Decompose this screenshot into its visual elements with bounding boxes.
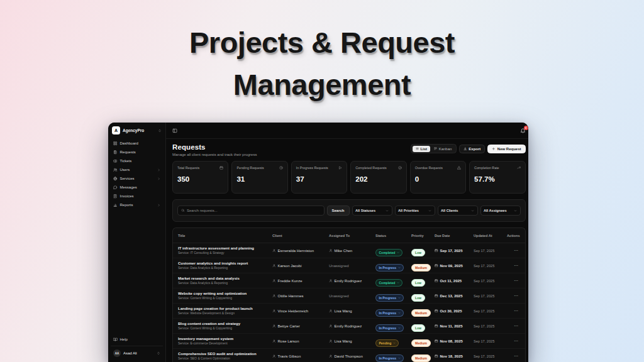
user-icon [272, 339, 276, 343]
dashboard-icon [113, 141, 118, 146]
calendar-icon [435, 279, 438, 283]
notification-badge: 3 [524, 126, 528, 130]
table-row[interactable]: Market research and data analysis Servic… [173, 273, 525, 288]
filter-all-clients[interactable]: All Clients [438, 206, 478, 216]
column-header-status: Status [375, 234, 411, 238]
sidebar-item-reports[interactable]: Reports [111, 201, 163, 209]
download-icon [464, 147, 467, 151]
export-button[interactable]: Export [459, 145, 486, 153]
user-menu[interactable]: AA Asad Ali [111, 346, 163, 358]
request-title: Website copy writing and optimization [178, 292, 269, 295]
client-cell: Ottilie Hammes [272, 294, 329, 298]
filter-dropdowns: All Statuses All Priorities All Clients … [352, 206, 521, 216]
sidebar-item-users[interactable]: Users [111, 166, 163, 174]
status-badge[interactable]: Pending [375, 339, 399, 347]
filter-all-assignees[interactable]: All Assignees [480, 206, 521, 216]
row-actions-button[interactable]: ⋯ [507, 339, 520, 344]
status-badge[interactable]: In Progress [375, 264, 404, 272]
sidebar-item-requests[interactable]: Requests [111, 148, 163, 156]
page-subtitle: Manage all client requests and track the… [172, 153, 257, 156]
search-input[interactable] [187, 209, 321, 212]
request-title: Landing page creation for product launch [178, 307, 269, 310]
search-button[interactable]: Search [327, 206, 350, 216]
stat-card: Completed Requests 202 [350, 161, 406, 194]
calendar-icon [435, 294, 438, 298]
invoices-icon [113, 194, 118, 199]
chevrons-up-down-icon [157, 351, 160, 355]
plus-icon [492, 147, 496, 151]
table-row[interactable]: IT infrastructure assessment and plannin… [173, 243, 525, 258]
status-badge[interactable]: Completed [375, 249, 402, 256]
sidebar-item-services[interactable]: Services [111, 175, 163, 183]
stat-card: In Progress Requests 37 [291, 161, 347, 194]
sidebar-item-help[interactable]: Help [111, 336, 163, 344]
stat-label: In Progress Requests [296, 166, 328, 170]
table-row[interactable]: Website copy writing and optimization Se… [173, 288, 525, 304]
sidebar-item-tickets[interactable]: Tickets [111, 157, 163, 165]
status-badge[interactable]: In Progress [375, 309, 404, 317]
help-icon [113, 337, 118, 342]
view-toggle-kanban[interactable]: Kanban [431, 146, 455, 152]
row-actions-button[interactable]: ⋯ [507, 354, 520, 359]
assignee-cell: Unassigned [329, 264, 375, 268]
trending-up-icon [517, 166, 521, 170]
messages-icon [113, 185, 118, 190]
user-icon [272, 279, 276, 283]
request-service: Service: E-commerce Development [178, 341, 269, 345]
filter-all-statuses[interactable]: All Statuses [352, 206, 392, 216]
requests-icon [113, 150, 118, 155]
row-actions-button[interactable]: ⋯ [507, 324, 520, 329]
kanban-icon [434, 147, 437, 150]
table-row[interactable]: Comprehensive SEO audit and optimization… [173, 349, 525, 362]
brand[interactable]: A AgencyPro [108, 123, 165, 139]
table-row[interactable]: Inventory management system Service: E-c… [173, 334, 525, 349]
brand-logo: A [112, 126, 120, 134]
filter-label: All Clients [441, 209, 458, 212]
status-badge[interactable]: In Progress [375, 294, 404, 302]
play-icon [338, 166, 342, 170]
row-actions-button[interactable]: ⋯ [507, 263, 520, 268]
status-badge[interactable]: Completed [375, 279, 402, 287]
table-row[interactable]: Blog content creation and strategy Servi… [173, 319, 525, 334]
export-label: Export [469, 147, 480, 151]
row-actions-button[interactable]: ⋯ [507, 293, 520, 299]
users-icon [113, 168, 118, 172]
due-date-cell: Sep 17, 2025 [435, 249, 474, 253]
status-badge[interactable]: In Progress [375, 324, 404, 332]
due-date-cell: Oct 11, 2025 [435, 279, 474, 283]
assignee-cell: Emily Rodriguez [329, 324, 375, 328]
chevron-down-icon [397, 282, 399, 284]
view-toggle-list[interactable]: List [413, 146, 430, 152]
avatar: AA [113, 349, 121, 357]
user-icon [329, 354, 333, 358]
user-icon [329, 324, 333, 328]
sidebar-item-dashboard[interactable]: Dashboard [111, 140, 163, 148]
updated-at-cell: Sep 17, 2025 [474, 264, 507, 268]
row-actions-button[interactable]: ⋯ [507, 278, 520, 283]
stat-label: Completed Requests [355, 166, 386, 170]
stat-value: 37 [296, 175, 342, 183]
calendar-icon [435, 249, 438, 253]
request-title: Market research and data analysis [178, 277, 269, 280]
request-service: Service: Data Analytics & Reporting [178, 281, 269, 285]
chevron-down-icon [398, 327, 401, 329]
client-cell: Rose Larson [272, 339, 329, 343]
request-service: Service: Data Analytics & Reporting [178, 266, 269, 270]
row-actions-button[interactable]: ⋯ [507, 309, 520, 314]
table-row[interactable]: Customer analytics and insights report S… [173, 258, 525, 273]
sidebar-item-invoices[interactable]: Invoices [111, 192, 163, 200]
sidebar-item-messages[interactable]: Messages [111, 184, 163, 192]
filter-all-priorities[interactable]: All Priorities [395, 206, 435, 216]
table-row[interactable]: Landing page creation for product launch… [173, 304, 525, 319]
new-request-button[interactable]: New Request [487, 145, 525, 153]
calendar-icon [435, 354, 438, 358]
chevron-right-icon [157, 177, 160, 180]
column-header-assigned-to: Assigned To [329, 234, 375, 238]
notifications-button[interactable]: 3 [520, 128, 526, 133]
new-request-label: New Request [497, 147, 521, 151]
table-header: TitleClientAssigned ToStatusPriorityDue … [173, 228, 525, 243]
sidebar-toggle-icon[interactable] [172, 128, 177, 133]
status-badge[interactable]: In Progress [375, 354, 404, 362]
row-actions-button[interactable]: ⋯ [507, 248, 520, 253]
chevrons-up-down-icon[interactable] [158, 129, 162, 133]
